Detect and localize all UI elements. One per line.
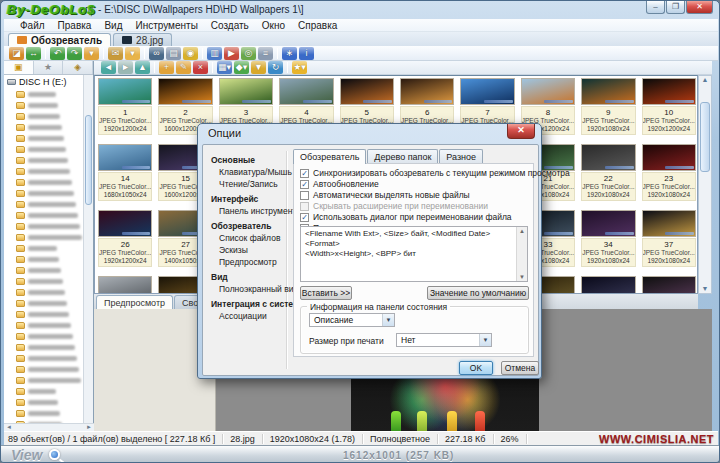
checkbox[interactable] xyxy=(300,191,309,200)
thumbnail-cell[interactable]: 49JPEG TrueColor... xyxy=(639,274,698,294)
checkbox[interactable] xyxy=(300,202,309,211)
open-folder-icon[interactable]: ▾ xyxy=(125,47,140,60)
options-category-1[interactable]: Основные xyxy=(209,154,286,166)
forward-icon[interactable]: ↷ xyxy=(67,47,82,60)
chevron-down-icon[interactable]: ▼ xyxy=(382,314,394,326)
tree-item-blurred[interactable] xyxy=(4,166,83,177)
thumbnail-cell[interactable]: 48JPEG TrueColor... xyxy=(578,274,638,294)
folder-up-icon[interactable]: ▾ xyxy=(84,47,99,60)
nav-back-icon[interactable]: ◄ xyxy=(101,61,116,74)
tree-item-blurred[interactable] xyxy=(4,298,83,309)
wallpaper-icon[interactable]: ◎ xyxy=(241,47,256,60)
tree-item-blurred[interactable] xyxy=(4,276,83,287)
tree-root-item[interactable]: DISC H (E:) xyxy=(4,75,83,89)
checkbox[interactable]: ✓ xyxy=(300,180,309,189)
options-category-2[interactable]: Клавиатура/Мышь xyxy=(209,166,286,178)
minimize-button[interactable]: – xyxy=(646,1,665,14)
scroll-right-arrow[interactable]: ► xyxy=(86,424,92,431)
print-size-combobox[interactable]: Нет▼ xyxy=(396,333,492,347)
back-icon[interactable]: ↶ xyxy=(50,47,65,60)
grid-scrollbar-thumb[interactable] xyxy=(700,102,710,172)
tree-item-blurred[interactable] xyxy=(4,210,83,221)
dialog-tab[interactable]: Дерево папок xyxy=(367,149,438,164)
menu-item-7[interactable]: Справка xyxy=(298,20,337,31)
checkbox-row[interactable]: ✓Автообновление xyxy=(300,179,379,189)
close-button[interactable]: ✕ xyxy=(686,1,713,14)
list-icon[interactable]: ≡ xyxy=(258,47,273,60)
tree-item-blurred[interactable] xyxy=(4,188,83,199)
dialog-close-button[interactable]: ✕ xyxy=(507,124,535,139)
image-browser-icon[interactable]: ◪ xyxy=(9,47,24,60)
compare-icon[interactable]: ▥ xyxy=(207,47,222,60)
favorites-tab[interactable]: ★ xyxy=(34,61,64,74)
nav-forward-icon[interactable]: ► xyxy=(118,61,133,74)
tree-scrollbar-thumb[interactable] xyxy=(85,115,92,205)
tooltip-template-textarea[interactable]: ▲▼ <Filename With Ext>, <Size> байт, <Mo… xyxy=(300,226,528,282)
tree-item-blurred[interactable] xyxy=(4,122,83,133)
menu-item-4[interactable]: Инструменты xyxy=(135,20,197,31)
tree-item-blurred[interactable] xyxy=(4,111,83,122)
menu-item-2[interactable]: Правка xyxy=(58,20,92,31)
chevron-down-icon[interactable]: ▼ xyxy=(479,334,491,346)
tree-item-blurred[interactable] xyxy=(4,364,83,375)
tree-item-blurred[interactable] xyxy=(4,287,83,298)
default-value-button[interactable]: Значение по умолчанию xyxy=(427,286,529,300)
dialog-tab[interactable]: Обозреватель xyxy=(293,149,366,164)
tree-item-blurred[interactable] xyxy=(4,265,83,276)
menu-item-3[interactable]: Вид xyxy=(104,20,122,31)
thumbnail-cell[interactable]: 37JPEG TrueColor...1920x1080x24 xyxy=(639,208,698,274)
tree-item-blurred[interactable] xyxy=(4,331,83,342)
checkbox-row[interactable]: ✓Использовать диалог при переименовании … xyxy=(300,212,512,222)
options-category-9[interactable]: Предпросмотр xyxy=(209,256,286,268)
tree-item-blurred[interactable] xyxy=(4,397,83,408)
tree-item-blurred[interactable] xyxy=(4,232,83,243)
scroll-down-arrow[interactable]: ▼ xyxy=(699,285,711,292)
tab-browser[interactable]: Обозреватель xyxy=(8,33,111,46)
refresh-icon[interactable]: ↻ xyxy=(268,61,283,74)
email-icon[interactable]: ✉ xyxy=(108,47,123,60)
tree-hscrollbar[interactable]: ◄► xyxy=(4,423,94,431)
folder-tree-tab[interactable]: ▣ xyxy=(4,61,34,74)
tree-item-blurred[interactable] xyxy=(4,320,83,331)
thumbnail-cell[interactable]: 1JPEG TrueColor...1920x1200x24 xyxy=(95,76,155,142)
tree-item-blurred[interactable] xyxy=(4,342,83,353)
slideshow-icon[interactable]: ▶ xyxy=(224,47,239,60)
tree-item-blurred[interactable] xyxy=(4,243,83,254)
menu-item-6[interactable]: Окно xyxy=(262,20,285,31)
info-combobox[interactable]: Описание▼ xyxy=(309,313,395,327)
scroll-down-arrow[interactable]: ▼ xyxy=(517,274,527,280)
menu-item-1[interactable]: Файл xyxy=(20,20,45,31)
tab-image-28jpg[interactable]: 28.jpg xyxy=(113,33,172,46)
grid-scrollbar[interactable]: ▲▼ xyxy=(698,75,712,294)
scroll-up-arrow[interactable]: ▲ xyxy=(517,228,527,234)
checkbox-row[interactable]: ✓Синхронизировать обозреватель с текущим… xyxy=(300,168,570,178)
options-category-7[interactable]: Список файлов xyxy=(209,232,286,244)
menu-item-5[interactable]: Создать xyxy=(211,20,249,31)
textarea-scrollbar[interactable]: ▲▼ xyxy=(516,227,527,281)
checkbox[interactable]: ✓ xyxy=(300,213,309,222)
options-category-4[interactable]: Интерфейс xyxy=(209,193,286,205)
tree-item-blurred[interactable] xyxy=(4,375,83,386)
thumbnail-cell[interactable]: 9JPEG TrueColor...1920x1080x24 xyxy=(578,76,638,142)
color-tag-icon[interactable]: ◆▾ xyxy=(234,61,249,74)
tree-scrollbar[interactable] xyxy=(83,75,93,423)
options-category-6[interactable]: Обозреватель xyxy=(209,220,286,232)
options-category-13[interactable]: Ассоциации xyxy=(209,310,286,322)
checkbox-row[interactable]: Скрывать расширение при переименовании xyxy=(300,201,488,211)
tag-tab[interactable]: ◈ xyxy=(63,61,93,74)
tree-item-blurred[interactable] xyxy=(4,133,83,144)
tree-item-blurred[interactable] xyxy=(4,309,83,320)
options-category-5[interactable]: Панель инструментов xyxy=(209,205,286,217)
scroll-left-arrow[interactable]: ◄ xyxy=(6,424,12,431)
options-category-12[interactable]: Интеграция с системой xyxy=(209,298,286,310)
thumbnail-cell[interactable]: 40JPEG TrueColor... xyxy=(95,274,155,294)
info-icon[interactable]: i xyxy=(299,47,314,60)
options-category-10[interactable]: Вид xyxy=(209,271,286,283)
options-category-3[interactable]: Чтение/Запись xyxy=(209,178,286,190)
checkbox[interactable]: ✓ xyxy=(300,169,309,178)
thumbnail-cell[interactable]: 14JPEG TrueColor...1680x1050x24 xyxy=(95,142,155,208)
checkbox-row[interactable]: Автоматически выделять новые файлы xyxy=(300,190,470,200)
maximize-button[interactable]: ❐ xyxy=(666,1,685,14)
ok-button[interactable]: OK xyxy=(459,361,493,375)
thumbnail-cell[interactable]: 22JPEG TrueColor...1920x1080x24 xyxy=(578,142,638,208)
